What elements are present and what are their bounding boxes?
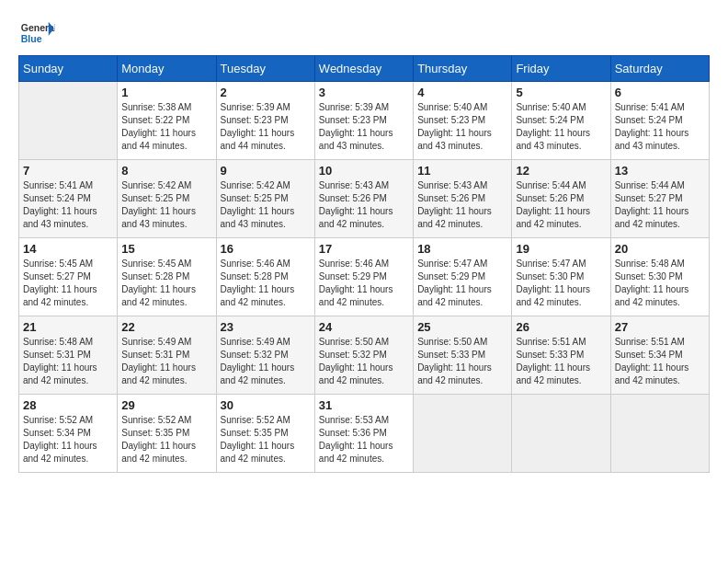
day-info: Sunrise: 5:44 AMSunset: 5:26 PMDaylight:…	[516, 179, 606, 231]
calendar-cell	[414, 395, 512, 473]
day-info: Sunrise: 5:52 AMSunset: 5:34 PMDaylight:…	[23, 414, 113, 465]
page-header: General Blue	[18, 18, 710, 46]
day-number: 16	[221, 242, 311, 256]
calendar-cell: 30Sunrise: 5:52 AMSunset: 5:35 PMDayligh…	[216, 395, 314, 473]
day-info: Sunrise: 5:50 AMSunset: 5:33 PMDaylight:…	[417, 336, 507, 387]
day-info: Sunrise: 5:43 AMSunset: 5:26 PMDaylight:…	[417, 179, 507, 231]
day-number: 2	[221, 86, 311, 99]
day-number: 4	[417, 86, 507, 99]
day-number: 17	[319, 242, 409, 256]
day-info: Sunrise: 5:46 AMSunset: 5:28 PMDaylight:…	[221, 258, 311, 309]
day-number: 28	[23, 398, 113, 412]
day-number: 10	[319, 164, 409, 178]
day-number: 27	[615, 320, 705, 334]
day-info: Sunrise: 5:52 AMSunset: 5:35 PMDaylight:…	[221, 414, 311, 465]
day-number: 19	[516, 242, 606, 256]
day-number: 6	[615, 86, 705, 99]
header-thursday: Thursday	[414, 56, 512, 82]
day-info: Sunrise: 5:42 AMSunset: 5:25 PMDaylight:…	[221, 179, 311, 231]
calendar-cell: 3Sunrise: 5:39 AMSunset: 5:23 PMDaylight…	[314, 82, 413, 160]
day-info: Sunrise: 5:48 AMSunset: 5:30 PMDaylight:…	[615, 258, 705, 309]
calendar-cell: 27Sunrise: 5:51 AMSunset: 5:34 PMDayligh…	[610, 316, 709, 395]
calendar-cell: 7Sunrise: 5:41 AMSunset: 5:24 PMDaylight…	[19, 160, 118, 238]
calendar-cell: 2Sunrise: 5:39 AMSunset: 5:23 PMDaylight…	[216, 82, 314, 160]
day-info: Sunrise: 5:39 AMSunset: 5:23 PMDaylight:…	[221, 101, 311, 153]
day-number: 15	[121, 242, 211, 256]
day-number: 22	[121, 320, 211, 334]
header-monday: Monday	[118, 56, 216, 82]
day-info: Sunrise: 5:49 AMSunset: 5:32 PMDaylight:…	[221, 336, 311, 387]
day-number: 11	[417, 164, 507, 178]
day-number: 14	[23, 242, 113, 256]
day-info: Sunrise: 5:40 AMSunset: 5:24 PMDaylight:…	[516, 101, 606, 153]
day-number: 21	[23, 320, 113, 334]
day-number: 31	[319, 398, 409, 412]
calendar-header-row: SundayMondayTuesdayWednesdayThursdayFrid…	[19, 56, 710, 82]
calendar-cell: 14Sunrise: 5:45 AMSunset: 5:27 PMDayligh…	[19, 238, 118, 316]
day-number: 9	[221, 164, 311, 178]
day-info: Sunrise: 5:47 AMSunset: 5:29 PMDaylight:…	[417, 258, 507, 309]
calendar-cell: 19Sunrise: 5:47 AMSunset: 5:30 PMDayligh…	[512, 238, 610, 316]
day-number: 24	[319, 320, 409, 334]
calendar-cell: 17Sunrise: 5:46 AMSunset: 5:29 PMDayligh…	[314, 238, 413, 316]
calendar-table: SundayMondayTuesdayWednesdayThursdayFrid…	[18, 55, 710, 473]
day-info: Sunrise: 5:50 AMSunset: 5:32 PMDaylight:…	[319, 336, 409, 387]
day-number: 8	[121, 164, 211, 178]
week-row-3: 14Sunrise: 5:45 AMSunset: 5:27 PMDayligh…	[19, 238, 710, 316]
calendar-cell: 15Sunrise: 5:45 AMSunset: 5:28 PMDayligh…	[118, 238, 216, 316]
calendar-cell: 29Sunrise: 5:52 AMSunset: 5:35 PMDayligh…	[118, 395, 216, 473]
calendar-cell: 8Sunrise: 5:42 AMSunset: 5:25 PMDaylight…	[118, 160, 216, 238]
svg-text:Blue: Blue	[21, 33, 42, 44]
week-row-2: 7Sunrise: 5:41 AMSunset: 5:24 PMDaylight…	[19, 160, 710, 238]
logo-icon: General Blue	[18, 18, 55, 46]
day-info: Sunrise: 5:39 AMSunset: 5:23 PMDaylight:…	[319, 101, 409, 153]
calendar-cell: 9Sunrise: 5:42 AMSunset: 5:25 PMDaylight…	[216, 160, 314, 238]
calendar-cell: 10Sunrise: 5:43 AMSunset: 5:26 PMDayligh…	[314, 160, 413, 238]
calendar-cell: 20Sunrise: 5:48 AMSunset: 5:30 PMDayligh…	[610, 238, 709, 316]
calendar-cell	[19, 82, 118, 160]
calendar-cell: 21Sunrise: 5:48 AMSunset: 5:31 PMDayligh…	[19, 316, 118, 395]
calendar-cell: 24Sunrise: 5:50 AMSunset: 5:32 PMDayligh…	[314, 316, 413, 395]
day-info: Sunrise: 5:45 AMSunset: 5:28 PMDaylight:…	[121, 258, 211, 309]
day-number: 3	[319, 86, 409, 99]
calendar-cell: 23Sunrise: 5:49 AMSunset: 5:32 PMDayligh…	[216, 316, 314, 395]
week-row-5: 28Sunrise: 5:52 AMSunset: 5:34 PMDayligh…	[19, 395, 710, 473]
day-info: Sunrise: 5:41 AMSunset: 5:24 PMDaylight:…	[23, 179, 113, 231]
day-number: 26	[516, 320, 606, 334]
header-wednesday: Wednesday	[314, 56, 413, 82]
day-info: Sunrise: 5:46 AMSunset: 5:29 PMDaylight:…	[319, 258, 409, 309]
calendar-cell: 22Sunrise: 5:49 AMSunset: 5:31 PMDayligh…	[118, 316, 216, 395]
logo: General Blue	[18, 18, 55, 46]
calendar-cell	[512, 395, 610, 473]
calendar-cell: 13Sunrise: 5:44 AMSunset: 5:27 PMDayligh…	[610, 160, 709, 238]
day-info: Sunrise: 5:47 AMSunset: 5:30 PMDaylight:…	[516, 258, 606, 309]
day-number: 12	[516, 164, 606, 178]
calendar-cell	[610, 395, 709, 473]
calendar-cell: 28Sunrise: 5:52 AMSunset: 5:34 PMDayligh…	[19, 395, 118, 473]
day-info: Sunrise: 5:43 AMSunset: 5:26 PMDaylight:…	[319, 179, 409, 231]
calendar-cell: 18Sunrise: 5:47 AMSunset: 5:29 PMDayligh…	[414, 238, 512, 316]
day-number: 23	[221, 320, 311, 334]
calendar-cell: 4Sunrise: 5:40 AMSunset: 5:23 PMDaylight…	[414, 82, 512, 160]
day-number: 20	[615, 242, 705, 256]
day-info: Sunrise: 5:41 AMSunset: 5:24 PMDaylight:…	[615, 101, 705, 153]
calendar-cell: 31Sunrise: 5:53 AMSunset: 5:36 PMDayligh…	[314, 395, 413, 473]
day-info: Sunrise: 5:38 AMSunset: 5:22 PMDaylight:…	[121, 101, 211, 153]
day-number: 5	[516, 86, 606, 99]
calendar-cell: 1Sunrise: 5:38 AMSunset: 5:22 PMDaylight…	[118, 82, 216, 160]
header-friday: Friday	[512, 56, 610, 82]
day-info: Sunrise: 5:45 AMSunset: 5:27 PMDaylight:…	[23, 258, 113, 309]
day-info: Sunrise: 5:51 AMSunset: 5:34 PMDaylight:…	[615, 336, 705, 387]
day-info: Sunrise: 5:49 AMSunset: 5:31 PMDaylight:…	[121, 336, 211, 387]
day-info: Sunrise: 5:52 AMSunset: 5:35 PMDaylight:…	[121, 414, 211, 465]
day-number: 18	[417, 242, 507, 256]
header-saturday: Saturday	[610, 56, 709, 82]
day-number: 13	[615, 164, 705, 178]
calendar-cell: 16Sunrise: 5:46 AMSunset: 5:28 PMDayligh…	[216, 238, 314, 316]
calendar-cell: 11Sunrise: 5:43 AMSunset: 5:26 PMDayligh…	[414, 160, 512, 238]
calendar-cell: 5Sunrise: 5:40 AMSunset: 5:24 PMDaylight…	[512, 82, 610, 160]
day-info: Sunrise: 5:40 AMSunset: 5:23 PMDaylight:…	[417, 101, 507, 153]
calendar-cell: 26Sunrise: 5:51 AMSunset: 5:33 PMDayligh…	[512, 316, 610, 395]
week-row-1: 1Sunrise: 5:38 AMSunset: 5:22 PMDaylight…	[19, 82, 710, 160]
day-info: Sunrise: 5:42 AMSunset: 5:25 PMDaylight:…	[121, 179, 211, 231]
